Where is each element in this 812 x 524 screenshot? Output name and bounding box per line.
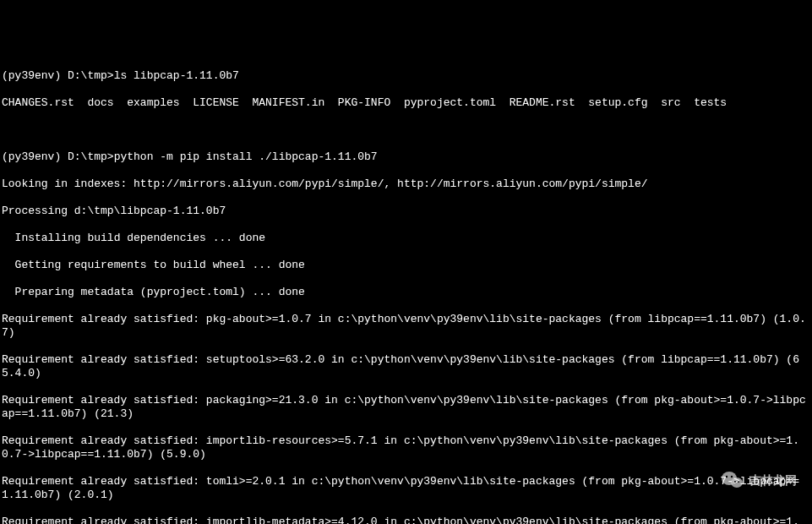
- output-line: Requirement already satisfied: pkg-about…: [2, 313, 810, 340]
- output-line: Installing build dependencies ... done: [2, 232, 810, 245]
- watermark: 吉林龙网: [721, 470, 797, 490]
- output-line: Requirement already satisfied: setuptool…: [2, 353, 810, 380]
- svg-point-1: [731, 478, 743, 488]
- output-line: Requirement already satisfied: tomli>=2.…: [2, 475, 810, 502]
- svg-point-4: [734, 481, 736, 483]
- watermark-text: 吉林龙网: [749, 473, 797, 487]
- prompt: (py39env) D:\tmp>: [2, 150, 114, 163]
- prompt-line: (py39env) D:\tmp>ls libpcap-1.11.0b7: [2, 69, 810, 83]
- blank-line: [2, 123, 810, 137]
- ls-output: CHANGES.rst docs examples LICENSE MANIFE…: [2, 96, 810, 110]
- prompt-line: (py39env) D:\tmp>python -m pip install .…: [2, 150, 810, 164]
- output-line: Requirement already satisfied: packaging…: [2, 394, 810, 421]
- output-line: Requirement already satisfied: importlib…: [2, 516, 810, 524]
- svg-point-2: [726, 476, 728, 478]
- wechat-icon: [721, 470, 744, 490]
- output-line: Processing d:\tmp\libpcap-1.11.0b7: [2, 205, 810, 218]
- output-line: Looking in indexes: http://mirrors.aliyu…: [2, 177, 810, 191]
- svg-point-5: [738, 481, 739, 483]
- command-pip-install: python -m pip install ./libpcap-1.11.0b7: [114, 150, 378, 163]
- output-line: Getting requirements to build wheel ... …: [2, 259, 810, 272]
- svg-point-3: [731, 476, 733, 478]
- output-line: Requirement already satisfied: importlib…: [2, 434, 810, 461]
- command-ls: ls libpcap-1.11.0b7: [114, 69, 239, 82]
- prompt: (py39env) D:\tmp>: [2, 69, 114, 82]
- output-line: Preparing metadata (pyproject.toml) ... …: [2, 286, 810, 299]
- terminal-output[interactable]: (py39env) D:\tmp>ls libpcap-1.11.0b7 CHA…: [0, 56, 812, 524]
